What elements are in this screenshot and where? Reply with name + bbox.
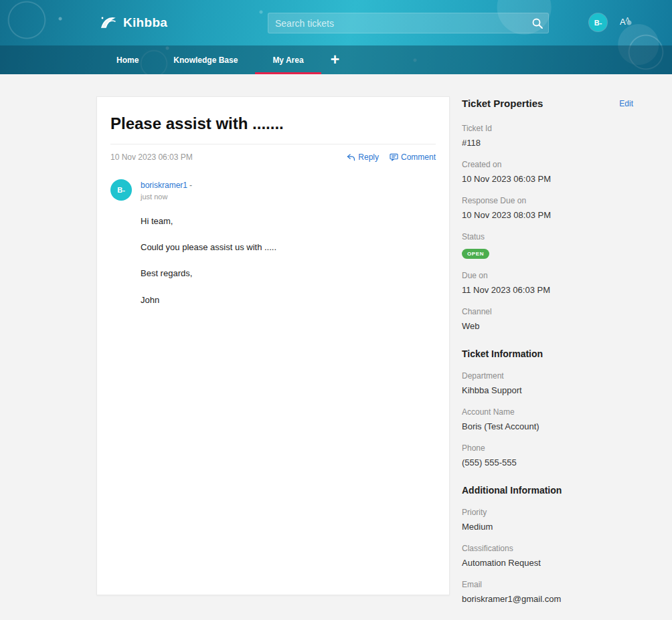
section-title-additional-information: Additional Information	[462, 485, 633, 496]
prop-value: Medium	[462, 522, 633, 532]
prop-label: Account Name	[462, 407, 633, 417]
prop-label: Phone	[462, 443, 633, 453]
nav-tab-home-label: Home	[116, 56, 139, 65]
sidebar-title: Ticket Properties	[462, 98, 543, 109]
search-icon[interactable]	[531, 17, 543, 29]
prop-value: (555) 555-555	[462, 457, 633, 468]
nav-tab-home[interactable]: Home	[99, 45, 156, 74]
prop-label: Created on	[462, 160, 633, 169]
prop-status: Status OPEN	[462, 232, 633, 259]
ticket-thread: B- boriskramer1- just now Hi team, Could…	[110, 179, 436, 320]
prop-label: Priority	[462, 508, 633, 517]
status-badge: OPEN	[462, 249, 489, 259]
comment-icon	[390, 153, 398, 161]
nav-tab-knowledge-base-label: Knowledge Base	[173, 56, 238, 65]
nav-tab-knowledge-base[interactable]: Knowledge Base	[156, 45, 255, 74]
comment-button[interactable]: Comment	[390, 152, 436, 162]
ticket-meta-row: 10 Nov 2023 06:03 PM Reply	[110, 144, 436, 169]
prop-value: boriskramer1@gmail.com	[462, 594, 633, 604]
comment-label: Comment	[401, 152, 436, 162]
nav-tab-my-area[interactable]: My Area	[255, 45, 321, 74]
brand[interactable]: Kihbba	[99, 14, 167, 31]
prop-label: Department	[462, 371, 633, 381]
app-header: Kihbba B- Aᐱ Home Knowledge Base My Area…	[0, 0, 672, 74]
prop-value: 10 Nov 2023 08:03 PM	[462, 210, 633, 220]
ticket-actions: Reply Comment	[347, 152, 436, 162]
prop-label: Classifications	[462, 544, 633, 553]
author-line: boriskramer1-	[141, 181, 276, 190]
ticket-card: Please assist with ....... 10 Nov 2023 0…	[96, 96, 450, 595]
brand-logo-icon	[99, 14, 116, 31]
message-line: Hi team,	[141, 215, 276, 227]
prop-label: Channel	[462, 307, 633, 316]
prop-value: #118	[462, 138, 633, 148]
message-line: John	[141, 294, 276, 306]
search-input[interactable]	[268, 13, 548, 33]
reply-label: Reply	[358, 152, 379, 162]
message-line: Best regards,	[141, 268, 276, 280]
prop-ticket-id: Ticket Id #118	[462, 124, 633, 148]
prop-label: Email	[462, 580, 633, 589]
prop-response-due: Response Due on 10 Nov 2023 08:03 PM	[462, 196, 633, 220]
prop-channel: Channel Web	[462, 307, 633, 331]
font-size-label: A	[620, 17, 626, 27]
prop-label: Ticket Id	[462, 124, 633, 133]
prop-value: Kihbba Support	[462, 385, 633, 395]
author-link[interactable]: boriskramer1	[141, 181, 187, 190]
message-body: Hi team, Could you please assist us with…	[141, 215, 276, 306]
main-nav: Home Knowledge Base My Area +	[0, 45, 672, 74]
prop-due-on: Due on 11 Nov 2023 06:03 PM	[462, 271, 633, 295]
nav-add-button[interactable]: +	[331, 45, 339, 74]
prop-priority: Priority Medium	[462, 508, 633, 532]
author-suffix: -	[189, 181, 192, 190]
nav-tab-my-area-label: My Area	[272, 56, 303, 65]
header-top-row: Kihbba B- Aᐱ	[0, 0, 672, 45]
prop-value: Automation Request	[462, 558, 633, 568]
prop-label: Response Due on	[462, 196, 633, 205]
ticket-properties-panel: Ticket Properties Edit Ticket Id #118 Cr…	[462, 96, 633, 620]
reply-icon	[347, 154, 355, 161]
prop-label: Due on	[462, 271, 633, 280]
prop-created-on: Created on 10 Nov 2023 06:03 PM	[462, 160, 633, 184]
ticket-title: Please assist with .......	[110, 114, 436, 133]
prop-value: Web	[462, 321, 633, 331]
message-line: Could you please assist us with .....	[141, 241, 276, 253]
font-size-control[interactable]: Aᐱ	[620, 17, 629, 27]
prop-classifications: Classifications Automation Request	[462, 544, 633, 568]
user-avatar[interactable]: B-	[589, 13, 607, 31]
prop-phone: Phone (555) 555-555	[462, 443, 633, 468]
prop-department: Department Kihbba Support	[462, 371, 633, 395]
section-title-ticket-information: Ticket Information	[462, 348, 633, 359]
prop-email: Email boriskramer1@gmail.com	[462, 580, 633, 604]
page-content: Please assist with ....... 10 Nov 2023 0…	[0, 74, 672, 620]
prop-value: Boris (Test Account)	[462, 421, 633, 431]
prop-label: Status	[462, 232, 633, 241]
ticket-date: 10 Nov 2023 06:03 PM	[110, 152, 193, 162]
prop-value: 11 Nov 2023 06:03 PM	[462, 285, 633, 295]
author-avatar: B-	[110, 179, 132, 201]
prop-account-name: Account Name Boris (Test Account)	[462, 407, 633, 431]
brand-name: Kihbba	[123, 15, 167, 30]
reply-button[interactable]: Reply	[347, 152, 379, 162]
prop-value: 10 Nov 2023 06:03 PM	[462, 174, 633, 184]
thread-body: boriskramer1- just now Hi team, Could yo…	[141, 179, 276, 320]
edit-link[interactable]: Edit	[619, 99, 633, 108]
message-timestamp: just now	[141, 193, 276, 201]
search-bar	[268, 13, 549, 33]
sidebar-header: Ticket Properties Edit	[462, 98, 633, 109]
